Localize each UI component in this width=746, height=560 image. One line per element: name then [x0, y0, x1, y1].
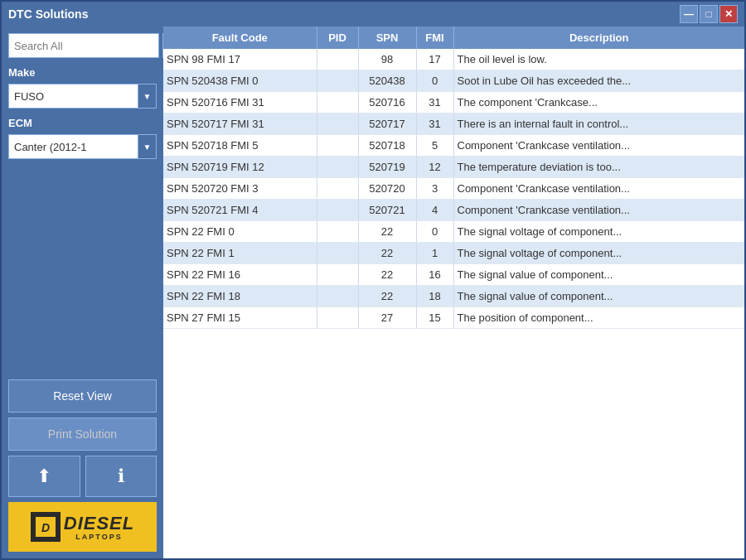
close-button[interactable]: ✕: [719, 5, 738, 23]
table-row[interactable]: SPN 520720 FMI 35207203Component 'Crankc…: [163, 178, 744, 200]
table-cell: 27: [358, 307, 416, 329]
table-cell: The temperature deviation is too...: [453, 157, 744, 178]
table-cell: 22: [358, 243, 416, 264]
table-cell: 520717: [358, 113, 416, 135]
table-row[interactable]: SPN 520721 FMI 45207214Component 'Crankc…: [163, 200, 744, 221]
reset-view-button[interactable]: Reset View: [8, 379, 157, 413]
maximize-button[interactable]: □: [700, 5, 718, 23]
table-scroll[interactable]: SPN 98 FMI 179817The oil level is low.SP…: [163, 49, 744, 558]
table-cell: The position of component...: [453, 307, 744, 329]
search-row: 🔍: [8, 33, 157, 58]
print-solution-button[interactable]: Print Solution: [8, 418, 157, 451]
make-dropdown-arrow[interactable]: ▼: [138, 84, 156, 108]
logo-name: DIESEL: [64, 513, 134, 534]
table-cell: [317, 49, 358, 70]
table-row[interactable]: SPN 520717 FMI 3152071731There is an int…: [163, 113, 744, 135]
table-cell: SPN 22 FMI 16: [163, 264, 317, 286]
table-cell: 22: [358, 286, 416, 307]
table-cell: 520716: [358, 92, 416, 113]
table-row[interactable]: SPN 520718 FMI 55207185Component 'Crankc…: [163, 135, 744, 157]
table-cell: SPN 520718 FMI 5: [163, 135, 317, 157]
table-cell: 31: [416, 92, 453, 113]
table-header: Fault Code PID SPN FMI Description: [163, 27, 744, 49]
logo-area: D DIESEL LAPTOPS: [8, 502, 157, 552]
icon-row: ⬆ ℹ: [8, 456, 157, 497]
fault-data-table: SPN 98 FMI 179817The oil level is low.SP…: [163, 49, 744, 329]
table-cell: SPN 98 FMI 17: [163, 49, 317, 70]
upload-icon: ⬆: [36, 466, 51, 487]
table-cell: [317, 200, 358, 221]
chevron-down-icon: ▼: [143, 92, 152, 101]
table-cell: The component 'Crankcase...: [453, 92, 744, 113]
table-cell: [317, 243, 358, 264]
ecm-dropdown[interactable]: Canter (2012-1 ▼: [8, 134, 157, 159]
table-row[interactable]: SPN 98 FMI 179817The oil level is low.: [163, 49, 744, 70]
table-cell: 0: [416, 221, 453, 243]
table-cell: [317, 307, 358, 329]
table-body: SPN 98 FMI 179817The oil level is low.SP…: [163, 49, 744, 329]
table-cell: The signal value of component...: [453, 264, 744, 286]
table-cell: Component 'Crankcase ventilation...: [453, 178, 744, 200]
table-cell: SPN 520721 FMI 4: [163, 200, 317, 221]
table-cell: SPN 22 FMI 0: [163, 221, 317, 243]
table-row[interactable]: SPN 520438 FMI 05204380Soot in Lube Oil …: [163, 70, 744, 92]
table-cell: 15: [416, 307, 453, 329]
chevron-down-icon-2: ▼: [143, 142, 152, 152]
table-cell: SPN 520716 FMI 31: [163, 92, 317, 113]
table-cell: [317, 264, 358, 286]
col-header-description: Description: [453, 27, 744, 49]
info-button[interactable]: ℹ: [85, 456, 157, 497]
table-cell: SPN 520717 FMI 31: [163, 113, 317, 135]
table-cell: [317, 113, 358, 135]
table-cell: [317, 286, 358, 307]
table-cell: SPN 520719 FMI 12: [163, 157, 317, 178]
table-cell: [317, 221, 358, 243]
upload-button[interactable]: ⬆: [8, 456, 80, 497]
table-cell: SPN 22 FMI 18: [163, 286, 317, 307]
sidebar: 🔍 Make FUSO ▼ ECM Canter (2012-1 ▼: [2, 27, 163, 558]
table-cell: SPN 520720 FMI 3: [163, 178, 317, 200]
table-cell: 4: [416, 200, 453, 221]
table-cell: There is an internal fault in control...: [453, 113, 744, 135]
table-cell: 31: [416, 113, 453, 135]
make-dropdown[interactable]: FUSO ▼: [8, 84, 157, 109]
search-input[interactable]: [8, 33, 159, 58]
table-row[interactable]: SPN 22 FMI 182218The signal value of com…: [163, 286, 744, 307]
table-cell: Component 'Crankcase ventilation...: [453, 200, 744, 221]
table-row[interactable]: SPN 22 FMI 1221The signal voltage of com…: [163, 243, 744, 264]
col-header-fault-code: Fault Code: [163, 27, 317, 49]
table-cell: 520720: [358, 178, 416, 200]
table-cell: The oil level is low.: [453, 49, 744, 70]
fault-table: Fault Code PID SPN FMI Description: [163, 27, 744, 49]
window-title: DTC Solutions: [8, 7, 88, 21]
main-window: DTC Solutions — □ ✕ 🔍 Make FUSO ▼: [0, 0, 746, 560]
logo-text-group: DIESEL LAPTOPS: [64, 513, 134, 541]
table-area: Fault Code PID SPN FMI Description: [163, 27, 744, 558]
window-controls: — □ ✕: [680, 5, 738, 23]
make-label: Make: [8, 66, 157, 79]
ecm-dropdown-arrow[interactable]: ▼: [138, 135, 156, 158]
table-cell: 520718: [358, 135, 416, 157]
table-cell: 98: [358, 49, 416, 70]
table-cell: 16: [416, 264, 453, 286]
title-bar: DTC Solutions — □ ✕: [2, 2, 744, 27]
table-cell: 18: [416, 286, 453, 307]
table-cell: [317, 157, 358, 178]
table-cell: [317, 92, 358, 113]
table-cell: 22: [358, 264, 416, 286]
ecm-value: Canter (2012-1: [14, 141, 138, 153]
table-row[interactable]: SPN 520719 FMI 1252071912The temperature…: [163, 157, 744, 178]
table-cell: 520719: [358, 157, 416, 178]
table-row[interactable]: SPN 520716 FMI 3152071631The component '…: [163, 92, 744, 113]
table-cell: 22: [358, 221, 416, 243]
table-cell: [317, 178, 358, 200]
table-row[interactable]: SPN 27 FMI 152715The position of compone…: [163, 307, 744, 329]
table-cell: SPN 27 FMI 15: [163, 307, 317, 329]
minimize-button[interactable]: —: [680, 5, 698, 23]
table-row[interactable]: SPN 22 FMI 162216The signal value of com…: [163, 264, 744, 286]
table-cell: 5: [416, 135, 453, 157]
col-header-spn: SPN: [358, 27, 416, 49]
ecm-label: ECM: [8, 117, 157, 129]
col-header-pid: PID: [317, 27, 358, 49]
table-row[interactable]: SPN 22 FMI 0220The signal voltage of com…: [163, 221, 744, 243]
